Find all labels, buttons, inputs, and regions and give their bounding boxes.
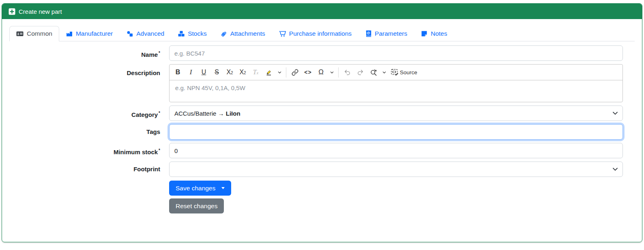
svg-text:@: @ (367, 31, 370, 35)
chevron-down-icon (612, 111, 618, 116)
name-input[interactable] (169, 45, 623, 61)
tab-label: Common (27, 30, 52, 37)
minimum-stock-row: Minimum stock* (2, 143, 642, 158)
shopping-cart-icon (279, 30, 286, 37)
highlight-button[interactable] (262, 66, 275, 78)
category-row: Category* ACCus/Batterie → LiIon (2, 106, 642, 121)
tab-label: Parameters (375, 30, 407, 37)
find-replace-icon (370, 69, 377, 76)
minimum-stock-input[interactable] (169, 143, 623, 158)
tab-common: Common (9, 26, 59, 41)
highlight-dropdown-caret[interactable] (275, 66, 283, 78)
tab-bar: Common Manufacturer Advanced (9, 26, 635, 41)
part-form: Name* Description B I U S X2 (2, 45, 642, 213)
italic-button[interactable]: I (185, 66, 197, 78)
required-asterisk: * (159, 111, 160, 115)
tab-attachments-link[interactable]: Attachments (214, 26, 272, 41)
description-placeholder: e.g. NPN 45V, 0,1A, 0,5W (175, 84, 245, 91)
name-label: Name* (2, 45, 169, 59)
tab-purchase-informations-link[interactable]: Purchase informations (272, 26, 358, 41)
save-changes-label: Save changes (176, 185, 215, 192)
tab-parameters: @ Parameters (358, 26, 414, 41)
tab-label: Purchase informations (289, 30, 352, 37)
boxes-stacked-icon (178, 30, 185, 37)
paperclip-icon (221, 30, 227, 37)
undo-icon (344, 69, 351, 76)
toolbar-separator (286, 67, 286, 78)
category-select[interactable]: ACCus/Batterie → LiIon (169, 106, 623, 121)
subscript-button[interactable]: X2 (223, 66, 236, 78)
link-button[interactable] (289, 66, 301, 78)
remove-format-button[interactable]: Tx (249, 66, 262, 78)
category-label: Category* (2, 106, 169, 119)
tab-label: Stocks (188, 30, 207, 37)
link-icon (292, 69, 298, 76)
plus-square-icon (9, 8, 15, 15)
form-actions: Save changes Reset changes (169, 181, 642, 213)
create-part-card: Create new part Common (2, 3, 642, 242)
card-header: Create new part (2, 4, 642, 19)
toolbar-separator (338, 67, 339, 78)
save-changes-button[interactable]: Save changes (169, 181, 231, 196)
source-button[interactable]: Source (389, 66, 420, 78)
undo-button[interactable] (341, 66, 354, 78)
footprint-label: Footprint (2, 162, 169, 173)
page-title: Create new part (19, 8, 62, 15)
tab-label: Manufacturer (76, 30, 113, 37)
description-row: Description B I U S X2 X2 Tx (2, 64, 642, 102)
find-and-replace-button[interactable] (367, 66, 380, 78)
id-card-icon (16, 30, 24, 37)
sticky-note-icon (421, 30, 427, 37)
tab-advanced: Advanced (120, 26, 171, 41)
special-characters-dropdown-caret[interactable] (328, 66, 336, 78)
tags-label: Tags (2, 124, 169, 136)
special-characters-button[interactable]: Ω (315, 66, 327, 78)
superscript-button[interactable]: X2 (236, 66, 249, 78)
factory-icon (66, 30, 73, 37)
tab-stocks: Stocks (171, 26, 214, 41)
tab-advanced-link[interactable]: Advanced (120, 26, 171, 41)
tab-manufacturer-link[interactable]: Manufacturer (59, 26, 120, 41)
editor-toolbar: B I U S X2 X2 Tx (170, 65, 623, 80)
reset-changes-label: Reset changes (176, 203, 217, 210)
tab-manufacturer: Manufacturer (59, 26, 120, 41)
chevron-down-icon (330, 71, 334, 74)
tab-label: Attachments (230, 30, 265, 37)
footprint-row: Footprint (2, 162, 642, 177)
tab-stocks-link[interactable]: Stocks (171, 26, 214, 41)
source-editing-icon (391, 69, 399, 76)
chevron-down-icon (612, 167, 618, 172)
redo-button[interactable] (354, 66, 367, 78)
description-editable-area[interactable]: e.g. NPN 45V, 0,1A, 0,5W (170, 80, 623, 102)
shapes-icon (127, 30, 133, 37)
highlight-marker-icon (265, 69, 273, 76)
rich-text-editor: B I U S X2 X2 Tx (169, 64, 623, 102)
save-dropdown-caret-icon[interactable] (221, 187, 225, 189)
tab-parameters-link[interactable]: @ Parameters (358, 26, 414, 41)
atlas-book-icon: @ (365, 30, 371, 37)
find-dropdown-caret[interactable] (380, 66, 388, 78)
required-asterisk: * (159, 51, 160, 55)
code-button[interactable]: <> (302, 66, 314, 78)
tab-label: Notes (431, 30, 447, 37)
required-asterisk: * (159, 148, 160, 153)
tags-row: Tags (2, 124, 642, 140)
minimum-stock-label: Minimum stock* (2, 143, 169, 156)
bold-button[interactable]: B (172, 66, 184, 78)
tab-label: Advanced (136, 30, 164, 37)
footprint-select[interactable] (169, 162, 623, 177)
tab-notes: Notes (414, 26, 454, 41)
tab-attachments: Attachments (214, 26, 272, 41)
tab-notes-link[interactable]: Notes (414, 26, 454, 41)
tags-input[interactable] (169, 124, 623, 140)
source-label: Source (400, 69, 417, 75)
chevron-down-icon (382, 71, 386, 74)
tab-common-link[interactable]: Common (9, 26, 59, 41)
category-selected: LiIon (226, 110, 240, 117)
redo-icon (357, 69, 364, 76)
reset-changes-button[interactable]: Reset changes (169, 198, 224, 213)
strikethrough-button[interactable]: S (210, 66, 223, 78)
description-label: Description (2, 64, 169, 77)
underline-button[interactable]: U (197, 66, 210, 78)
tab-purchase-informations: Purchase informations (272, 26, 358, 41)
